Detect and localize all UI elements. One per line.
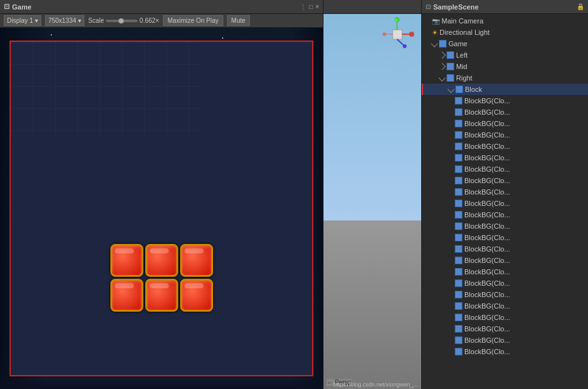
gizmo-widget[interactable]: Y — [380, 17, 418, 55]
hierarchy-item-blockbg-21[interactable]: BlockBG(Clo... — [422, 323, 588, 335]
hierarchy-item-label: Game — [448, 40, 467, 48]
hierarchy-item-label: BlockBG(Clo... — [464, 188, 510, 196]
cube-icon — [455, 131, 462, 139]
cube-icon — [455, 348, 462, 355]
hierarchy-item-blockbg-17[interactable]: BlockBG(Clo... — [422, 277, 588, 289]
cube-icon — [455, 97, 462, 105]
more-icon[interactable]: ⋮ — [300, 3, 306, 10]
hierarchy-item-blockbg-8[interactable]: BlockBG(Clo... — [422, 175, 588, 186]
hierarchy-item-label: BlockBG(Clo... — [464, 245, 510, 253]
cube-icon — [455, 120, 462, 127]
cube-icon — [455, 234, 462, 241]
blocks-container — [110, 244, 213, 312]
hierarchy-item-label: BlockBG(Clo... — [464, 234, 510, 241]
cube-icon — [455, 257, 462, 264]
close-icon[interactable]: × — [315, 3, 319, 10]
hierarchy-item-label: Directional Light — [440, 29, 490, 36]
star — [51, 34, 52, 35]
hierarchy-item-blockbg-1[interactable]: BlockBG(Clo... — [422, 95, 588, 106]
hierarchy-item-blockbg-20[interactable]: BlockBG(Clo... — [422, 312, 588, 323]
hierarchy-item-label: BlockBG(Clo... — [464, 314, 510, 321]
scene-3d-background: Y ← Persp — [323, 14, 421, 389]
cube-icon — [455, 325, 462, 333]
hierarchy-item-label: Mid — [456, 63, 467, 70]
cube-icon — [455, 154, 462, 162]
hierarchy-item-blockbg-15[interactable]: BlockBG(Clo... — [422, 255, 588, 266]
hierarchy-item-blockbg-3[interactable]: BlockBG(Clo... — [422, 118, 588, 129]
cube-icon — [447, 74, 454, 82]
hierarchy-item-main-camera[interactable]: 📷 Main Camera — [422, 15, 588, 27]
game-toolbar: ⊡ Game ⋮ □ × — [0, 0, 323, 14]
hierarchy-item-left[interactable]: Left — [422, 49, 588, 61]
hierarchy-item-blockbg-4[interactable]: BlockBG(Clo... — [422, 129, 588, 141]
hierarchy-item-label: BlockBG(Clo... — [464, 348, 510, 355]
block-3[interactable] — [180, 244, 213, 277]
hierarchy-item-blockbg-16[interactable]: BlockBG(Clo... — [422, 266, 588, 277]
expand-arrow — [438, 74, 445, 81]
hierarchy-item-blockbg-6[interactable]: BlockBG(Clo... — [422, 152, 588, 163]
game-panel: ⊡ Game ⋮ □ × Display 1 ▾ 750x1334 ▾ Scal… — [0, 0, 323, 389]
hierarchy-item-game[interactable]: Game — [422, 38, 588, 49]
hierarchy-item-blockbg-22[interactable]: BlockBG(Clo... — [422, 335, 588, 346]
scene-toolbar — [323, 0, 421, 14]
maximize-on-play-button[interactable]: Maximize On Play — [163, 15, 223, 26]
hierarchy-item-directional-light[interactable]: ☀ Directional Light — [422, 27, 588, 38]
hierarchy-item-blockbg-13[interactable]: BlockBG(Clo... — [422, 232, 588, 243]
cube-icon — [455, 86, 463, 93]
hierarchy-item-right[interactable]: Right — [422, 72, 588, 84]
gizmo-svg: Y — [380, 17, 415, 52]
svg-point-8 — [382, 32, 386, 36]
block-2[interactable] — [145, 244, 178, 277]
hierarchy-item-blockbg-18[interactable]: BlockBG(Clo... — [422, 289, 588, 300]
hierarchy-item-blockbg-7[interactable]: BlockBG(Clo... — [422, 163, 588, 175]
hierarchy-item-label: BlockBG(Clo... — [464, 120, 510, 127]
block-5[interactable] — [145, 279, 178, 312]
block-4[interactable] — [110, 279, 143, 312]
hierarchy-item-mid[interactable]: Mid — [422, 61, 588, 72]
hierarchy-item-blockbg-11[interactable]: BlockBG(Clo... — [422, 209, 588, 220]
resolution-dropdown[interactable]: 750x1334 ▾ — [45, 15, 84, 26]
hierarchy-item-blockbg-19[interactable]: BlockBG(Clo... — [422, 300, 588, 312]
cube-icon — [447, 51, 454, 59]
hierarchy-item-label: BlockBG(Clo... — [464, 222, 510, 230]
display-dropdown[interactable]: Display 1 ▾ — [4, 15, 41, 26]
hierarchy-item-label: BlockBG(Clo... — [464, 325, 510, 333]
hierarchy-item-blockbg-5[interactable]: BlockBG(Clo... — [422, 141, 588, 152]
expand-arrow — [438, 51, 445, 58]
maximize-icon[interactable]: □ — [309, 3, 313, 10]
hierarchy-item-blockbg-23[interactable]: BlockBG(Clo... — [422, 346, 588, 357]
toolbar-icons: ⋮ □ × — [300, 3, 319, 10]
block-1[interactable] — [110, 244, 143, 277]
blocks-row-top — [110, 244, 213, 277]
cube-icon — [455, 177, 462, 184]
hierarchy-item-label: BlockBG(Clo... — [464, 268, 510, 276]
hierarchy-item-blockbg-12[interactable]: BlockBG(Clo... — [422, 220, 588, 232]
hierarchy-item-label: BlockBG(Clo... — [464, 177, 510, 184]
hierarchy-item-blockbg-14[interactable]: BlockBG(Clo... — [422, 243, 588, 255]
expand-arrow — [431, 40, 438, 47]
expand-arrow — [438, 63, 445, 70]
hierarchy-item-label: BlockBG(Clo... — [464, 336, 510, 344]
watermark: https://blog.csdn.net/xiongwen_... — [333, 381, 418, 388]
hierarchy-item-label: BlockBG(Clo... — [464, 143, 510, 150]
hierarchy-item-label: Right — [456, 74, 473, 82]
hierarchy-item-blockbg-10[interactable]: BlockBG(Clo... — [422, 198, 588, 209]
cube-icon — [455, 108, 462, 116]
scale-thumb — [119, 18, 124, 23]
hierarchy-list: 📷 Main Camera ☀ Directional Light Game L… — [422, 14, 588, 389]
hierarchy-item-label: Main Camera — [441, 17, 483, 25]
cube-icon — [455, 279, 462, 287]
hierarchy-item-block[interactable]: Block — [422, 84, 588, 95]
hierarchy-item-label: BlockBG(Clo... — [464, 200, 510, 207]
hierarchy-item-blockbg-2[interactable]: BlockBG(Clo... — [422, 106, 588, 118]
scale-slider[interactable] — [106, 20, 138, 22]
mute-button[interactable]: Mute — [227, 15, 250, 26]
hierarchy-item-label: BlockBG(Clo... — [464, 211, 510, 219]
ground-3d — [323, 220, 421, 389]
game-viewport — [0, 28, 323, 389]
block-6[interactable] — [180, 279, 213, 312]
blocks-row-bottom — [110, 279, 213, 312]
hierarchy-item-blockbg-9[interactable]: BlockBG(Clo... — [422, 186, 588, 198]
hierarchy-item-label: BlockBG(Clo... — [464, 165, 510, 173]
cube-icon — [455, 245, 462, 253]
